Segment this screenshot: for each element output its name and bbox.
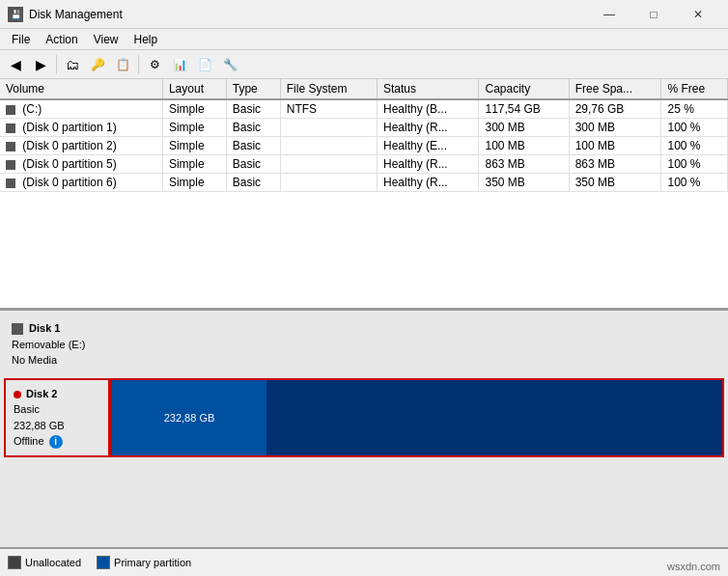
disk2-partitions: 232,88 GB xyxy=(110,378,724,457)
disk2-size: 232,88 GB xyxy=(14,418,100,434)
table-row[interactable]: (Disk 0 partition 1) Simple Basic Health… xyxy=(0,119,728,137)
disk2-partition-block[interactable]: 232,88 GB xyxy=(112,380,266,455)
legend-primary-box xyxy=(97,556,110,569)
toolbar-wrench-button[interactable]: 🔧 xyxy=(218,53,241,76)
table-row[interactable]: (C:) Simple Basic NTFS Healthy (B... 117… xyxy=(0,99,728,119)
toolbar-forward-button[interactable]: ▶ xyxy=(29,53,52,76)
disk2-label: Disk 2 Basic 232,88 GB Offline i xyxy=(4,378,110,457)
menu-help[interactable]: Help xyxy=(126,31,166,48)
table-row[interactable]: (Disk 0 partition 6) Simple Basic Health… xyxy=(0,174,728,192)
disk1-type: Removable (E:) xyxy=(12,337,102,353)
minimize-button[interactable]: — xyxy=(587,0,631,29)
toolbar-doc-button[interactable]: 📄 xyxy=(193,53,216,76)
cell-freespace: 100 MB xyxy=(569,137,661,155)
cell-capacity: 350 MB xyxy=(479,174,569,192)
legend-primary-label: Primary partition xyxy=(114,557,191,568)
cell-volume: (Disk 0 partition 6) xyxy=(0,174,162,192)
toolbar-separator-2 xyxy=(138,55,139,74)
disk1-row: Disk 1 Removable (E:) No Media xyxy=(4,315,724,374)
cell-type: Basic xyxy=(226,155,280,174)
cell-freespace: 863 MB xyxy=(569,155,661,174)
col-layout[interactable]: Layout xyxy=(162,79,226,99)
disk2-offline-dot xyxy=(14,391,21,398)
disk1-info: No Media xyxy=(12,352,102,369)
legend-unallocated-box xyxy=(8,556,21,569)
table-header-row: Volume Layout Type File System Status Ca… xyxy=(0,79,728,99)
cell-layout: Simple xyxy=(162,174,226,192)
cell-status: Healthy (B... xyxy=(377,99,479,119)
cell-type: Basic xyxy=(226,119,280,137)
col-percentfree[interactable]: % Free xyxy=(661,79,728,99)
toolbar-settings-button[interactable]: ⚙ xyxy=(143,53,166,76)
cell-volume: (Disk 0 partition 1) xyxy=(0,119,162,137)
cell-volume: (Disk 0 partition 5) xyxy=(0,155,162,174)
maximize-button[interactable]: □ xyxy=(631,0,676,29)
cell-freespace: 350 MB xyxy=(569,174,661,192)
cell-capacity: 863 MB xyxy=(479,155,569,174)
cell-type: Basic xyxy=(226,99,280,119)
col-filesystem[interactable]: File System xyxy=(280,79,377,99)
toolbar-list-button[interactable]: 📋 xyxy=(111,53,134,76)
cell-status: Healthy (R... xyxy=(377,174,479,192)
cell-type: Basic xyxy=(226,174,280,192)
main-content: Volume Layout Type File System Status Ca… xyxy=(0,79,728,576)
cell-volume: (C:) xyxy=(0,99,162,119)
col-volume[interactable]: Volume xyxy=(0,79,162,99)
watermark: wsxdn.com xyxy=(667,561,720,572)
toolbar-separator-1 xyxy=(56,55,57,74)
info-icon[interactable]: i xyxy=(49,435,63,449)
menu-action[interactable]: Action xyxy=(38,31,85,48)
toolbar-chart-button[interactable]: 📊 xyxy=(168,53,191,76)
disk2-type: Basic xyxy=(14,401,100,418)
disk1-name: Disk 1 xyxy=(12,320,102,337)
toolbar-back-button[interactable]: ◀ xyxy=(4,53,27,76)
disk-icon xyxy=(6,142,15,151)
disk1-icon xyxy=(12,323,23,335)
cell-capacity: 117,54 GB xyxy=(479,99,569,119)
cell-percentfree: 100 % xyxy=(661,137,728,155)
disk-icon xyxy=(6,178,15,188)
cell-filesystem xyxy=(280,174,377,192)
table-row[interactable]: (Disk 0 partition 5) Simple Basic Health… xyxy=(0,155,728,174)
cell-filesystem: NTFS xyxy=(280,99,377,119)
table-row[interactable]: (Disk 0 partition 2) Simple Basic Health… xyxy=(0,137,728,155)
cell-layout: Simple xyxy=(162,99,226,119)
disk1-label: Disk 1 Removable (E:) No Media xyxy=(4,315,110,374)
cell-capacity: 300 MB xyxy=(479,119,569,137)
cell-filesystem xyxy=(280,155,377,174)
close-button[interactable]: ✕ xyxy=(676,0,720,29)
col-type[interactable]: Type xyxy=(226,79,280,99)
disk1-partitions xyxy=(110,315,724,374)
title-bar: 💾 Disk Management — □ ✕ xyxy=(0,0,728,29)
toolbar-folder-button[interactable]: 🗂 xyxy=(61,53,84,76)
cell-status: Healthy (R... xyxy=(377,155,479,174)
col-status[interactable]: Status xyxy=(377,79,479,99)
window-title: Disk Management xyxy=(29,8,587,21)
col-capacity[interactable]: Capacity xyxy=(479,79,569,99)
window-controls: — □ ✕ xyxy=(587,0,720,29)
cell-volume: (Disk 0 partition 2) xyxy=(0,137,162,155)
menu-file[interactable]: File xyxy=(4,31,38,48)
cell-status: Healthy (R... xyxy=(377,119,479,137)
cell-percentfree: 100 % xyxy=(661,119,728,137)
cell-filesystem xyxy=(280,137,377,155)
cell-freespace: 300 MB xyxy=(569,119,661,137)
disk2-name: Disk 2 xyxy=(14,386,100,402)
disk2-remaining-block[interactable] xyxy=(266,380,722,455)
disk2-row: Disk 2 Basic 232,88 GB Offline i 232,88 … xyxy=(4,378,724,457)
disk-icon xyxy=(6,160,15,170)
cell-status: Healthy (E... xyxy=(377,137,479,155)
menu-bar: File Action View Help xyxy=(0,29,728,50)
legend-unallocated-label: Unallocated xyxy=(25,557,81,568)
cell-freespace: 29,76 GB xyxy=(569,99,661,119)
toolbar-key-button[interactable]: 🔑 xyxy=(86,53,109,76)
cell-layout: Simple xyxy=(162,119,226,137)
disk-icon xyxy=(6,105,15,115)
cell-layout: Simple xyxy=(162,155,226,174)
col-freespace[interactable]: Free Spa... xyxy=(569,79,661,99)
menu-view[interactable]: View xyxy=(86,31,126,48)
disk-view-area: Disk 1 Removable (E:) No Media Disk 2 Ba… xyxy=(0,311,728,547)
cell-filesystem xyxy=(280,119,377,137)
cell-layout: Simple xyxy=(162,137,226,155)
legend-bar: Unallocated Primary partition xyxy=(0,547,728,576)
